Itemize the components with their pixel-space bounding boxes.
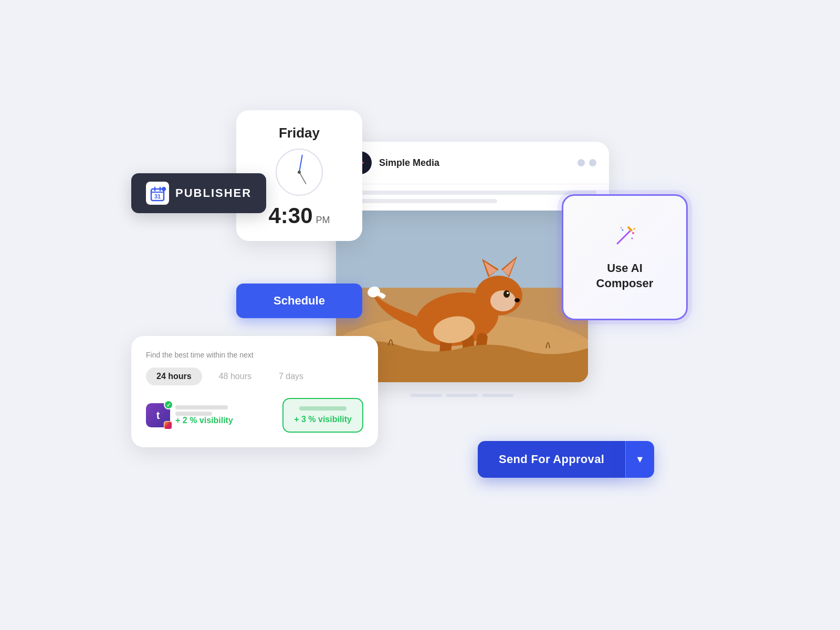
svg-point-30 <box>622 229 624 230</box>
svg-point-19 <box>507 292 509 294</box>
publisher-badge: 31 PUBLISHER <box>131 173 266 213</box>
clock-time-ampm: PM <box>316 215 330 226</box>
publisher-label: PUBLISHER <box>175 186 251 200</box>
media-dots <box>578 159 596 166</box>
main-scene: 31 PUBLISHER Friday 4:30 PM Schedule Fin… <box>131 79 709 551</box>
vis-avatar: t ✓ <box>146 403 170 427</box>
vis-bar-right <box>299 406 346 411</box>
dot-1[interactable] <box>578 159 585 166</box>
ai-wand-icon <box>612 224 637 254</box>
media-bar-short <box>349 199 497 203</box>
tab-7days[interactable]: 7 days <box>268 368 314 385</box>
bottom-bar-3 <box>482 394 513 397</box>
vis-item-left: t ✓ + 2 % visibility <box>146 403 275 427</box>
ai-label-line1: Use AI <box>607 261 643 275</box>
ai-label: Use AI Composer <box>596 261 654 291</box>
best-time-tabs: 24 hours 48 hours 7 days <box>146 368 363 385</box>
visibility-row: t ✓ + 2 % visibility + 3 % visibility <box>146 398 363 433</box>
approval-btn-wrap: Send For Approval ▼ <box>478 441 654 478</box>
check-badge-icon: ✓ <box>164 400 173 410</box>
clock-face <box>276 149 323 196</box>
vis-bar-2 <box>175 412 212 416</box>
best-time-card: Find the best time within the next 24 ho… <box>131 336 378 447</box>
clock-hand-minute <box>299 154 303 172</box>
svg-point-6 <box>162 187 166 191</box>
media-name: Simple Media <box>379 158 570 169</box>
ig-badge-icon <box>164 421 172 429</box>
svg-point-28 <box>632 232 634 234</box>
svg-text:31: 31 <box>154 193 161 200</box>
clock-hand-hour <box>299 172 307 185</box>
tab-24hours[interactable]: 24 hours <box>146 368 202 385</box>
vis-bar-area: + 2 % visibility <box>175 405 275 425</box>
approval-btn-dropdown[interactable]: ▼ <box>625 441 654 478</box>
svg-point-18 <box>503 290 510 298</box>
vis-bar-1 <box>175 405 228 410</box>
svg-point-20 <box>514 298 520 302</box>
bottom-bar-1 <box>411 394 442 397</box>
schedule-button[interactable]: Schedule <box>236 284 362 318</box>
vis-pct-right: + 3 % visibility <box>294 415 352 424</box>
clock-center <box>298 171 301 174</box>
send-for-approval-button[interactable]: Send For Approval <box>478 441 625 478</box>
svg-line-26 <box>617 231 630 244</box>
vis-item-right: + 3 % visibility <box>282 398 363 433</box>
media-bar-full <box>349 191 596 195</box>
vis-pct-left: + 2 % visibility <box>175 416 275 425</box>
clock-time: 4:30 PM <box>268 203 330 228</box>
ai-label-line2: Composer <box>596 277 654 290</box>
ai-composer-card[interactable]: Use AI Composer <box>562 194 688 320</box>
best-time-label: Find the best time within the next <box>146 351 363 359</box>
dot-2[interactable] <box>589 159 596 166</box>
media-header: Simple Media <box>336 142 609 184</box>
bottom-bar-2 <box>446 394 478 397</box>
clock-time-value: 4:30 <box>268 203 312 228</box>
svg-point-29 <box>632 237 633 239</box>
tab-48hours[interactable]: 48 hours <box>208 368 262 385</box>
svg-point-17 <box>490 290 516 311</box>
publisher-icon: 31 <box>146 182 169 205</box>
clock-day: Friday <box>279 125 320 141</box>
